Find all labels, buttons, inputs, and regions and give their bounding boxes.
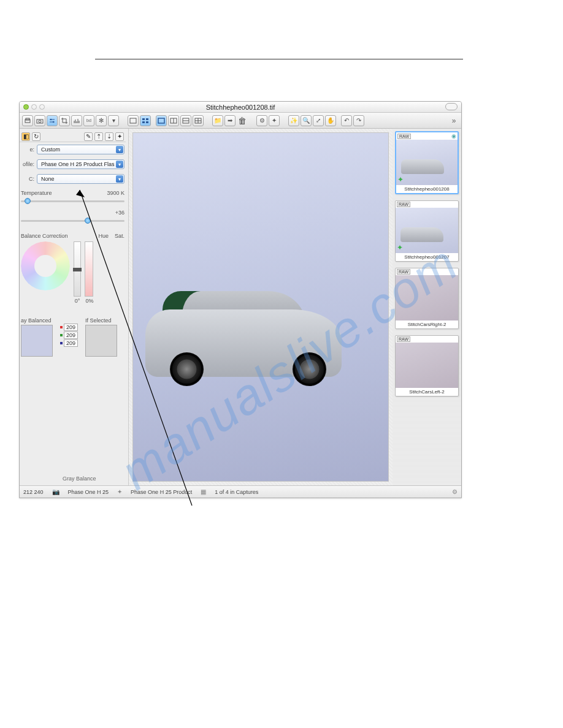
settings-status-icon: ⚙ [452, 488, 458, 495]
hue-slider[interactable] [74, 241, 81, 297]
window-title: Stitchhepheo001208.tif [206, 104, 275, 111]
histogram-icon[interactable] [71, 115, 82, 126]
dropdown-icon[interactable]: ▾ [108, 115, 119, 126]
thumbnail-card[interactable]: RAW✦Stitchhepheo001207 [395, 200, 459, 262]
image-canvas[interactable] [132, 132, 389, 482]
batch-icon[interactable]: ✦ [269, 115, 280, 126]
eye-icon: ◉ [451, 133, 456, 139]
raw-badge: RAW [397, 336, 410, 342]
gray-balance-footer-label: Gray Balance [63, 476, 96, 482]
panel-tool-1[interactable]: ✎ [84, 132, 93, 141]
mode-select[interactable]: Custom▾ [37, 145, 124, 154]
rotate-left-icon[interactable]: ↶ [341, 115, 352, 126]
thumbnail-name: StitchCarsLeft-2 [396, 388, 458, 396]
fit-icon[interactable]: ⤢ [313, 115, 324, 126]
titlebar-pill-button[interactable] [445, 103, 458, 110]
rgb-readout: 209 209 209 [60, 324, 78, 357]
adjust-icon[interactable] [47, 115, 58, 126]
svg-rect-10 [146, 121, 148, 123]
thumbnail-card[interactable]: RAW◉✦Stitchhepheo001208 [395, 131, 459, 194]
folder-icon[interactable]: 📁 [212, 115, 223, 126]
print-icon[interactable] [22, 115, 33, 126]
svg-rect-8 [146, 118, 148, 120]
balance-correction-label: Balance Correction [21, 233, 68, 239]
layout2-icon[interactable] [168, 115, 179, 126]
mode-value: Custom [41, 146, 60, 153]
if-selected-label: If Selected [85, 317, 117, 324]
minimize-icon[interactable] [31, 104, 37, 110]
cc-select[interactable]: None▾ [37, 174, 124, 184]
view-thumbs-icon[interactable] [140, 115, 151, 126]
trash-icon[interactable]: 🗑 [237, 115, 248, 126]
camera-status-icon: 📷 [52, 488, 59, 495]
zoom-icon[interactable]: 🔍 [301, 115, 312, 126]
panel-tool-3[interactable]: ⇣ [105, 132, 113, 141]
panel-tab-color[interactable]: ◧ [21, 132, 30, 141]
thumbnail-card[interactable]: RAWStitchCarsRight-2 [395, 268, 459, 329]
status-camera: Phase One H 25 [68, 489, 109, 495]
status-bar: 212 240 📷 Phase One H 25 ✦ Phase One H 2… [20, 485, 461, 498]
sat-value: 0% [85, 298, 94, 304]
bd-icon[interactable]: bd [83, 115, 94, 126]
if-selected-swatch[interactable] [85, 325, 117, 357]
gray-balanced-label: ay Balanced [21, 317, 53, 324]
thumbnail-image: ✦ [396, 140, 458, 185]
thumbnail-card[interactable]: RAWStitchCarsLeft-2 [395, 335, 459, 396]
color-wheel-picker[interactable] [35, 264, 39, 268]
cc-value: None [41, 176, 55, 182]
g-value: 209 [64, 332, 78, 339]
layout1-icon[interactable] [156, 115, 167, 126]
panel-tab-refresh[interactable]: ↻ [32, 132, 40, 141]
layout4-icon[interactable] [193, 115, 204, 126]
layout3-icon[interactable] [180, 115, 191, 126]
svg-point-5 [53, 121, 54, 122]
hue-label: Hue [98, 233, 109, 239]
preview-content [293, 352, 326, 386]
left-panel: ◧ ↻ ✎ ⇡ ⇣ ✦ e: Custom▾ ofile: Phase One … [20, 129, 129, 485]
svg-rect-11 [158, 118, 164, 123]
panel-tool-2[interactable]: ⇡ [94, 132, 103, 141]
thumbnail-name: Stitchhepheo001207 [396, 253, 458, 261]
close-icon[interactable] [23, 104, 29, 110]
app-window: Stitchhepheo001208.tif bd ✻ ▾ 📁 ➡ 🗑 [19, 101, 462, 498]
wand-icon[interactable]: ✨ [288, 115, 299, 126]
star-icon: ✦ [397, 175, 404, 184]
thumbnail-image: ✦ [396, 208, 458, 253]
gray-balanced-swatch[interactable] [21, 325, 53, 357]
temperature-label: Temperature [21, 190, 52, 196]
svg-rect-6 [130, 118, 136, 123]
profile-label: ofile: [21, 161, 34, 167]
preview-area [129, 129, 393, 485]
temperature-slider[interactable] [21, 197, 124, 205]
status-dimensions: 212 240 [23, 489, 44, 495]
tint-slider[interactable] [21, 217, 124, 224]
svg-rect-9 [142, 121, 145, 123]
hand-icon[interactable]: ✋ [325, 115, 336, 126]
toolbar-overflow-icon[interactable]: » [449, 116, 459, 126]
star-icon: ✦ [397, 243, 403, 252]
export-icon[interactable]: ➡ [224, 115, 236, 126]
status-profile: Phase One H 25 Product [131, 489, 192, 495]
panel-tab-row: ◧ ↻ ✎ ⇡ ⇣ ✦ [20, 131, 126, 142]
panel-tool-4[interactable]: ✦ [115, 132, 124, 141]
rotate-right-icon[interactable]: ↷ [353, 115, 364, 126]
raw-badge: RAW [397, 134, 411, 139]
profile-status-icon: ✦ [117, 488, 122, 495]
process-icon[interactable]: ⚙ [256, 115, 267, 126]
titlebar: Stitchhepheo001208.tif [20, 102, 461, 113]
crop-icon[interactable] [59, 115, 70, 126]
svg-rect-7 [142, 118, 145, 120]
view-image-icon[interactable] [128, 115, 139, 126]
temperature-value: 3900 K [107, 190, 124, 196]
window-controls [20, 104, 45, 110]
profile-select[interactable]: Phase One H 25 Product Flas▾ [37, 159, 124, 169]
svg-point-3 [39, 120, 41, 123]
camera-icon[interactable] [34, 115, 45, 126]
raw-badge: RAW [397, 269, 410, 275]
maximize-icon[interactable] [39, 104, 45, 110]
color-wheel[interactable] [21, 241, 70, 290]
gear-icon[interactable]: ✻ [96, 115, 107, 126]
select-arrow-icon: ▾ [116, 146, 123, 153]
saturation-bar[interactable] [85, 241, 93, 297]
profile-value: Phase One H 25 Product Flas [41, 161, 115, 167]
